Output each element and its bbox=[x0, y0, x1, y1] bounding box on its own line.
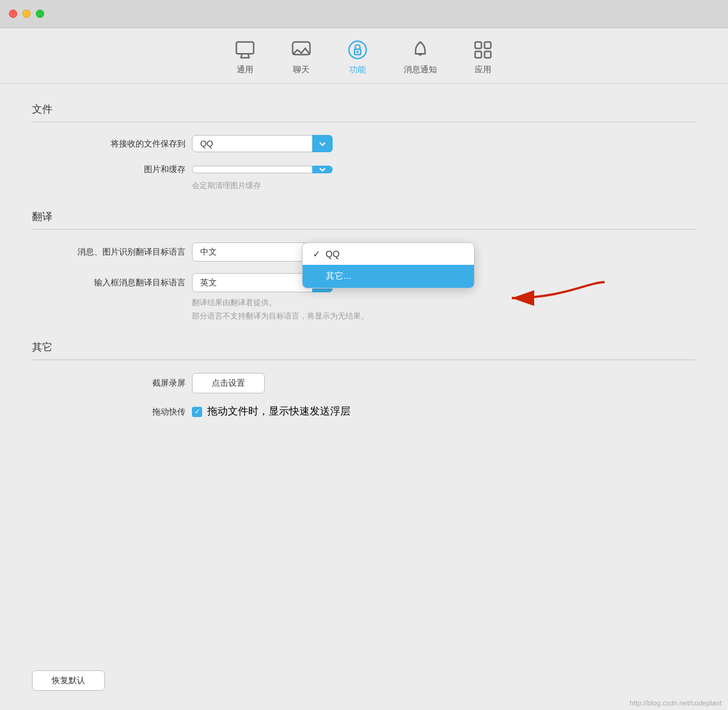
file-save-arrow[interactable] bbox=[312, 135, 333, 152]
tab-function[interactable]: 功能 bbox=[329, 35, 386, 83]
file-divider bbox=[32, 122, 696, 122]
file-save-row: 将接收的文件保存到 QQ bbox=[32, 135, 696, 152]
lock-icon bbox=[347, 40, 368, 60]
image-cache-select-wrapper bbox=[192, 166, 333, 173]
notify-icon bbox=[410, 40, 431, 60]
svg-rect-12 bbox=[475, 51, 482, 58]
tab-chat-label: 聊天 bbox=[293, 64, 310, 75]
tab-general[interactable]: 通用 bbox=[217, 35, 273, 83]
minimize-button[interactable] bbox=[22, 10, 31, 18]
translate-hint: 翻译结果由翻译君提供。 bbox=[192, 297, 696, 308]
screenshot-row: 截屏录屏 点击设置 bbox=[32, 373, 696, 393]
other-section: 其它 截屏录屏 点击设置 拖动快传 ✓ 拖动文件时，显示快速发送浮层 bbox=[32, 341, 696, 418]
msg-lang-label: 消息、图片识别翻译目标语言 bbox=[32, 246, 186, 258]
dropdown-other-label: 其它... bbox=[326, 271, 351, 282]
other-section-title: 其它 bbox=[32, 341, 696, 354]
file-save-select[interactable]: QQ bbox=[192, 135, 333, 152]
file-section-title: 文件 bbox=[32, 103, 696, 116]
svg-rect-0 bbox=[236, 42, 253, 54]
close-button[interactable] bbox=[9, 10, 17, 18]
tabbar: 通用 聊天 功能 bbox=[0, 28, 728, 84]
bottom-bar: 恢复默认 bbox=[0, 658, 728, 710]
screenshot-label: 截屏录屏 bbox=[32, 377, 186, 389]
svg-rect-13 bbox=[484, 51, 491, 58]
apps-icon bbox=[473, 40, 493, 60]
main-content: 文件 将接收的文件保存到 QQ 图片和缓存 bbox=[0, 84, 728, 658]
checkmark-icon: ✓ bbox=[313, 249, 320, 259]
drag-label: 拖动快传 bbox=[32, 406, 186, 418]
svg-rect-10 bbox=[475, 42, 482, 49]
svg-point-7 bbox=[357, 51, 358, 52]
monitor-icon bbox=[235, 40, 255, 60]
other-divider bbox=[32, 359, 696, 360]
translate-divider bbox=[32, 229, 696, 230]
titlebar bbox=[0, 0, 728, 28]
maximize-button[interactable] bbox=[36, 10, 44, 18]
tab-apps-label: 应用 bbox=[475, 64, 491, 75]
image-cache-select[interactable] bbox=[192, 166, 333, 173]
dropdown-item-qq[interactable]: ✓ QQ bbox=[303, 243, 474, 265]
drag-checkbox[interactable]: ✓ bbox=[192, 407, 202, 417]
tab-chat[interactable]: 聊天 bbox=[273, 35, 329, 83]
screenshot-btn[interactable]: 点击设置 bbox=[192, 373, 265, 393]
msg-lang-value: 中文 bbox=[200, 247, 217, 256]
tab-general-label: 通用 bbox=[237, 64, 253, 75]
dropdown-popup: ✓ QQ 其它... bbox=[302, 242, 475, 288]
translate-hint2: 部分语言不支持翻译为目标语言，将显示为无结果。 bbox=[192, 311, 696, 322]
footer-url: http://blog.csdn.net/codeplant bbox=[629, 699, 722, 707]
dropdown-qq-label: QQ bbox=[326, 249, 340, 259]
translate-hint-line1: 翻译结果由翻译君提供。 bbox=[192, 298, 276, 307]
tab-notify[interactable]: 消息通知 bbox=[386, 35, 455, 83]
restore-default-btn[interactable]: 恢复默认 bbox=[32, 670, 105, 691]
chat-icon bbox=[291, 40, 312, 60]
traffic-lights bbox=[9, 10, 44, 18]
file-section: 文件 将接收的文件保存到 QQ 图片和缓存 bbox=[32, 103, 696, 191]
svg-point-5 bbox=[349, 41, 366, 58]
image-cache-hint: 会定期清理图片缓存 bbox=[192, 180, 696, 191]
dropdown-item-other[interactable]: 其它... bbox=[303, 265, 474, 288]
svg-point-9 bbox=[420, 42, 422, 43]
translate-hint-line2: 部分语言不支持翻译为目标语言，将显示为无结果。 bbox=[192, 312, 368, 320]
file-save-label: 将接收的文件保存到 bbox=[32, 138, 186, 150]
drag-row: 拖动快传 ✓ 拖动文件时，显示快速发送浮层 bbox=[32, 405, 696, 418]
tab-apps[interactable]: 应用 bbox=[455, 35, 511, 83]
drag-checkbox-row: ✓ 拖动文件时，显示快速发送浮层 bbox=[192, 405, 351, 418]
image-cache-label: 图片和缓存 bbox=[32, 164, 186, 175]
image-cache-arrow[interactable] bbox=[312, 166, 333, 173]
tab-function-label: 功能 bbox=[349, 64, 366, 75]
input-lang-value: 英文 bbox=[200, 278, 217, 287]
translate-section-title: 翻译 bbox=[32, 210, 696, 224]
image-cache-row: 图片和缓存 bbox=[32, 164, 696, 175]
drag-checkbox-text: 拖动文件时，显示快速发送浮层 bbox=[207, 405, 351, 418]
svg-rect-11 bbox=[484, 42, 491, 49]
input-lang-label: 输入框消息翻译目标语言 bbox=[32, 277, 186, 288]
tab-notify-label: 消息通知 bbox=[404, 64, 437, 75]
file-save-select-wrapper: QQ bbox=[192, 135, 333, 152]
